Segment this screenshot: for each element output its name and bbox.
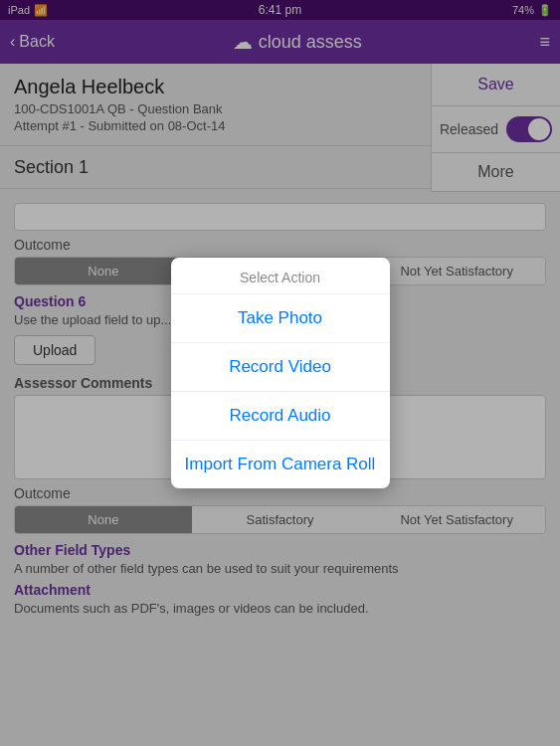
modal-box: Select Action Take Photo Record Video Re…: [171, 258, 390, 488]
record-video-button[interactable]: Record Video: [171, 343, 390, 392]
take-photo-button[interactable]: Take Photo: [171, 294, 390, 343]
import-camera-roll-button[interactable]: Import From Camera Roll: [171, 441, 390, 488]
modal-overlay: Select Action Take Photo Record Video Re…: [0, 0, 560, 746]
modal-title: Select Action: [171, 258, 390, 294]
record-audio-button[interactable]: Record Audio: [171, 392, 390, 441]
